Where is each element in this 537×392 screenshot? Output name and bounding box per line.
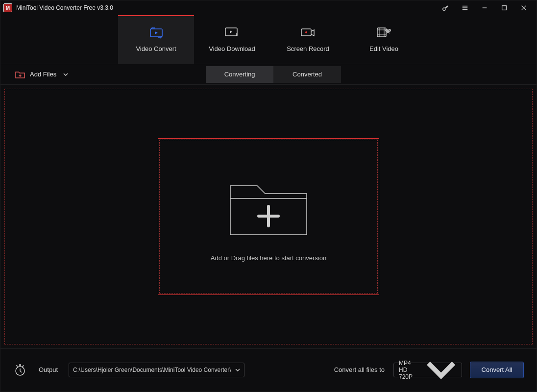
nav-label: Edit Video	[369, 45, 398, 52]
nav-video-convert[interactable]: Video Convert	[118, 15, 194, 64]
svg-point-5	[305, 31, 307, 33]
main-nav: Video Convert Video Download Screen Reco…	[0, 15, 537, 64]
add-files-label: Add Files	[30, 71, 56, 78]
folder-plus-icon	[224, 172, 313, 241]
chevron-down-icon	[235, 368, 240, 371]
download-icon	[224, 26, 241, 39]
output-path: C:\Users\Hjoler Green\Documents\MiniTool…	[73, 367, 231, 373]
chevron-down-icon	[425, 360, 457, 379]
add-files-button[interactable]: Add Files	[15, 71, 56, 78]
tab-converted[interactable]: Converted	[273, 66, 341, 83]
format-selector[interactable]: MP4 HD 720P	[393, 363, 462, 377]
content-area: Add or Drag files here to start conversi…	[0, 85, 537, 348]
key-icon[interactable]	[436, 0, 455, 15]
svg-point-0	[443, 8, 445, 10]
nav-video-download[interactable]: Video Download	[194, 15, 270, 64]
close-button[interactable]	[514, 0, 534, 15]
svg-rect-6	[377, 28, 386, 37]
nav-label: Video Convert	[136, 45, 176, 52]
dropzone-inner: Add or Drag files here to start conversi…	[159, 140, 378, 294]
convert-all-label: Convert All	[482, 366, 513, 373]
tab-label: Converted	[293, 71, 322, 78]
record-icon	[300, 26, 317, 39]
dropzone-hint: Add or Drag files here to start conversi…	[211, 254, 326, 262]
menu-icon[interactable]	[455, 0, 475, 15]
convert-to-label: Convert all files to	[334, 366, 385, 373]
content-dropframe: Add or Drag files here to start conversi…	[4, 89, 533, 344]
format-value: MP4 HD 720P	[399, 360, 419, 380]
minimize-button[interactable]	[475, 0, 494, 15]
add-files-dropdown[interactable]	[62, 71, 69, 78]
clock-icon[interactable]	[13, 363, 27, 377]
app-title: MiniTool Video Converter Free v3.3.0	[16, 4, 113, 11]
app-logo: M	[3, 3, 12, 12]
output-label: Output	[39, 366, 58, 373]
convert-all-button[interactable]: Convert All	[470, 362, 524, 378]
maximize-button[interactable]	[494, 0, 514, 15]
nav-label: Video Download	[209, 45, 255, 52]
dropzone[interactable]: Add or Drag files here to start conversi…	[158, 138, 379, 295]
tab-converting[interactable]: Converting	[206, 66, 273, 83]
nav-label: Screen Record	[287, 45, 329, 52]
footer: Output C:\Users\Hjoler Green\Documents\M…	[0, 348, 537, 391]
conversion-tabs: Converting Converted	[206, 66, 341, 83]
svg-rect-1	[502, 6, 507, 10]
toolbar: Add Files Converting Converted	[0, 64, 537, 85]
tab-label: Converting	[224, 71, 255, 78]
edit-icon	[376, 26, 392, 39]
nav-screen-record[interactable]: Screen Record	[270, 15, 346, 64]
nav-edit-video[interactable]: Edit Video	[346, 15, 422, 64]
titlebar: M MiniTool Video Converter Free v3.3.0	[0, 0, 537, 15]
convert-icon	[148, 26, 165, 39]
output-path-selector[interactable]: C:\Users\Hjoler Green\Documents\MiniTool…	[69, 363, 244, 377]
add-files-icon	[15, 71, 25, 78]
